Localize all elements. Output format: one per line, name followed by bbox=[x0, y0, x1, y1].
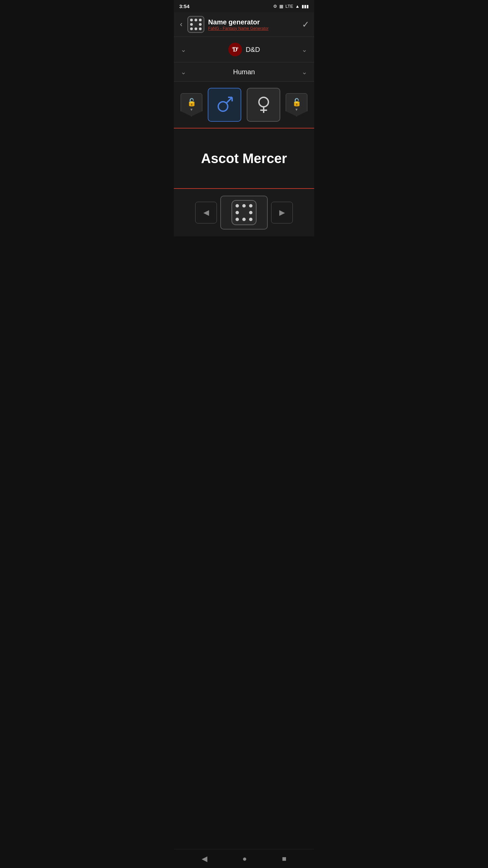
generate-name-button[interactable] bbox=[220, 196, 268, 230]
header-left: ‹ Name generator FaNG - Fantasy Name Gen… bbox=[179, 16, 268, 33]
confirm-button[interactable]: ✓ bbox=[302, 19, 309, 30]
svg-point-23 bbox=[249, 204, 252, 208]
svg-point-28 bbox=[249, 218, 252, 221]
race-label: Human bbox=[233, 68, 255, 76]
empty-area bbox=[174, 236, 314, 338]
svg-point-27 bbox=[242, 218, 246, 221]
header-text: Name generator FaNG - Fantasy Name Gener… bbox=[208, 18, 268, 31]
dnd-logo-icon: D ⚜ ⚜ bbox=[228, 42, 242, 57]
header-subtitle-link[interactable]: FaNG - Fantasy Name Generator bbox=[208, 26, 268, 31]
next-arrow-icon: ▶ bbox=[279, 208, 285, 217]
female-symbol-icon bbox=[253, 95, 274, 115]
battery-icon: ▮▮▮ bbox=[302, 4, 309, 9]
race-chevron-right[interactable]: ⌄ bbox=[302, 68, 307, 76]
category-label: D&D bbox=[246, 46, 260, 54]
svg-point-7 bbox=[195, 27, 197, 30]
svg-point-1 bbox=[190, 19, 193, 21]
lte-label: LTE bbox=[285, 4, 293, 9]
category-chevron-left[interactable]: ⌄ bbox=[181, 45, 186, 54]
category-dropdown[interactable]: ⌄ D ⚜ ⚜ D&D ⌄ bbox=[174, 37, 314, 62]
race-chevron-left[interactable]: ⌄ bbox=[181, 68, 186, 76]
first-name-lock-icon: 🔓 bbox=[187, 98, 196, 107]
generated-name-text: Ascot Mercer bbox=[201, 151, 287, 166]
status-time: 3:54 bbox=[179, 3, 189, 9]
male-symbol-icon bbox=[215, 95, 235, 115]
category-dropdown-center: D ⚜ ⚜ D&D bbox=[228, 42, 260, 57]
next-name-button[interactable]: ▶ bbox=[271, 202, 293, 223]
svg-point-13 bbox=[218, 102, 228, 111]
gender-row: 🔓 ▼ 🔓 ▼ bbox=[174, 82, 314, 128]
svg-point-8 bbox=[199, 27, 202, 30]
svg-point-6 bbox=[190, 27, 193, 30]
first-name-lock-button[interactable]: 🔓 ▼ bbox=[181, 93, 202, 116]
svg-point-2 bbox=[195, 19, 197, 21]
svg-point-4 bbox=[190, 23, 193, 26]
app-header: ‹ Name generator FaNG - Fantasy Name Gen… bbox=[174, 12, 314, 37]
last-name-lock-button[interactable]: 🔓 ▼ bbox=[286, 93, 307, 116]
previous-name-button[interactable]: ◀ bbox=[195, 202, 217, 223]
male-gender-button[interactable] bbox=[208, 88, 241, 122]
header-title: Name generator bbox=[208, 18, 268, 26]
svg-rect-20 bbox=[232, 200, 256, 225]
name-display: Ascot Mercer bbox=[174, 128, 314, 189]
svg-point-24 bbox=[236, 211, 239, 214]
svg-text:⚜: ⚜ bbox=[231, 46, 234, 50]
last-name-lock-icon: 🔓 bbox=[292, 98, 301, 107]
svg-line-14 bbox=[226, 97, 232, 103]
svg-point-21 bbox=[236, 204, 239, 208]
female-gender-button[interactable] bbox=[247, 88, 280, 122]
signal-icon: ▲ bbox=[295, 4, 300, 9]
controls-row: ◀ ▶ bbox=[174, 189, 314, 236]
back-button[interactable]: ‹ bbox=[179, 19, 184, 30]
svg-point-3 bbox=[199, 19, 202, 21]
roll-dice-icon bbox=[230, 199, 258, 226]
category-chevron-right[interactable]: ⌄ bbox=[302, 45, 307, 54]
first-name-lock-arrow: ▼ bbox=[190, 107, 194, 112]
sim-icon: ▦ bbox=[279, 4, 283, 9]
last-name-lock-arrow: ▼ bbox=[295, 107, 299, 112]
prev-arrow-icon: ◀ bbox=[203, 208, 209, 217]
settings-icon: ⚙ bbox=[273, 4, 277, 9]
svg-point-22 bbox=[242, 204, 246, 208]
svg-point-26 bbox=[236, 218, 239, 221]
status-icons: ⚙ ▦ LTE ▲ ▮▮▮ bbox=[273, 4, 309, 9]
svg-point-25 bbox=[249, 211, 252, 214]
svg-text:⚜: ⚜ bbox=[236, 46, 239, 50]
svg-point-5 bbox=[199, 23, 202, 26]
svg-point-17 bbox=[259, 97, 268, 107]
race-dropdown[interactable]: ⌄ Human ⌄ bbox=[174, 62, 314, 82]
header-dice-icon bbox=[187, 16, 205, 33]
status-bar: 3:54 ⚙ ▦ LTE ▲ ▮▮▮ bbox=[174, 0, 314, 12]
